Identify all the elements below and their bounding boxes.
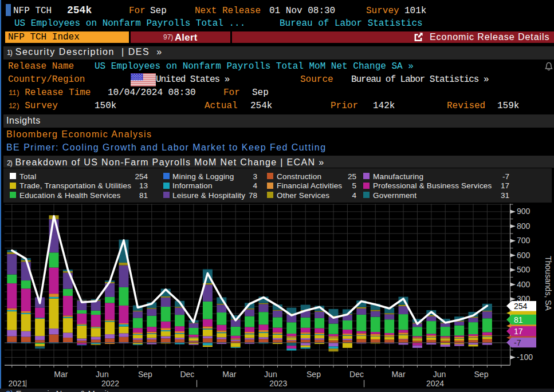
svg-text:Thousands, SA: Thousands, SA <box>544 256 553 311</box>
svg-text:500: 500 <box>517 265 531 274</box>
svg-text:-7: -7 <box>514 338 521 347</box>
svg-text:700: 700 <box>517 236 531 245</box>
svg-text:800: 800 <box>517 221 531 231</box>
svg-text:Dec: Dec <box>180 370 194 379</box>
svg-text:17: 17 <box>514 327 523 336</box>
svg-text:-100: -100 <box>517 353 533 362</box>
svg-text:2024: 2024 <box>426 379 444 388</box>
svg-text:Mar: Mar <box>391 370 405 379</box>
svg-text:Mar: Mar <box>54 370 68 379</box>
svg-text:2021: 2021 <box>8 379 26 388</box>
svg-text:600: 600 <box>517 251 531 260</box>
svg-text:Sep: Sep <box>474 370 489 379</box>
svg-text:Sep: Sep <box>307 370 321 379</box>
svg-text:400: 400 <box>517 280 531 289</box>
svg-text:81: 81 <box>514 315 523 324</box>
svg-text:Jun: Jun <box>96 370 109 379</box>
svg-text:Jun: Jun <box>264 370 277 379</box>
svg-text:2023: 2023 <box>269 379 287 388</box>
svg-text:254: 254 <box>514 302 528 311</box>
svg-text:2022: 2022 <box>101 379 119 388</box>
svg-text:Sep: Sep <box>138 370 152 379</box>
svg-text:Mar: Mar <box>222 370 236 379</box>
svg-text:900: 900 <box>517 207 531 216</box>
svg-text:Dec: Dec <box>349 370 364 379</box>
svg-text:Jun: Jun <box>433 370 446 379</box>
